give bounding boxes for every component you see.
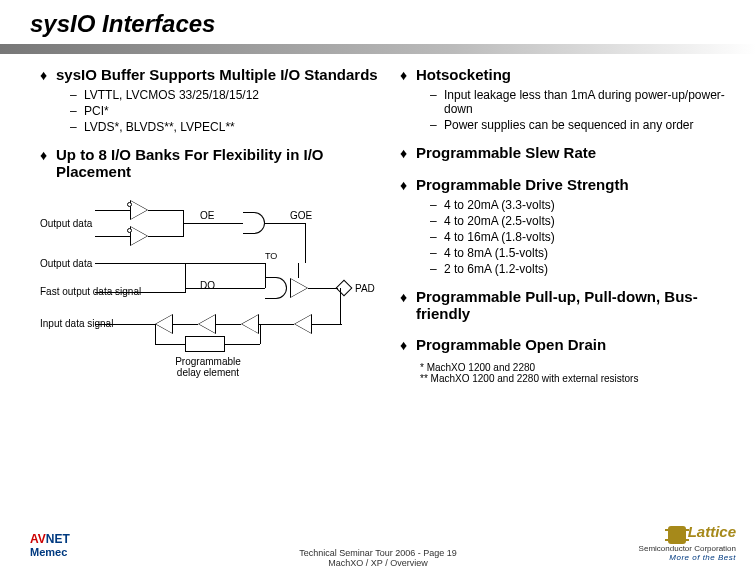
diamond-bullet-icon: ♦ [400,176,416,194]
footnote-2: ** MachXO 1200 and 2280 with external re… [420,373,730,384]
lattice-chip-icon [668,526,686,544]
label-goe: GOE [290,210,312,221]
bullet-text: Up to 8 I/O Banks For Flexibility in I/O… [56,146,400,180]
sub-lvds: –LVDS*, BLVDS**, LVPECL** [70,120,400,134]
buffer-icon [130,226,148,246]
sub-drive-33: –4 to 20mA (3.3-volts) [430,198,730,212]
io-pad-icon [336,280,353,297]
sub-drive-15: –4 to 8mA (1.5-volts) [430,246,730,260]
bullet-pullup-pulldown: ♦ Programmable Pull-up, Pull-down, Bus-f… [400,288,730,322]
right-column: ♦ Hotsocketing –Input leakage less than … [400,66,730,384]
footnote-1: * MachXO 1200 and 2280 [420,362,730,373]
inverter-bubble-icon [127,228,132,233]
input-buffer-icon [198,314,216,334]
bullet-open-drain: ♦ Programmable Open Drain [400,336,730,354]
bullet-text: Programmable Pull-up, Pull-down, Bus-fri… [416,288,730,322]
sub-drive-25: –4 to 20mA (2.5-volts) [430,214,730,228]
label-do: DO [200,280,215,291]
bullet-hotsocketing: ♦ Hotsocketing [400,66,730,84]
input-buffer-icon [241,314,259,334]
bullet-drive-strength: ♦ Programmable Drive Strength [400,176,730,194]
diamond-bullet-icon: ♦ [400,288,416,306]
sub-lvttl: –LVTTL, LVCMOS 33/25/18/15/12 [70,88,400,102]
diamond-bullet-icon: ♦ [40,146,56,164]
or-gate-icon [243,212,265,234]
label-output-data-2: Output data [40,258,92,269]
bullet-sysio-buffer: ♦ sysIO Buffer Supports Multiple I/O Sta… [40,66,400,84]
title-gradient-bar [0,44,756,54]
sub-pci: –PCI* [70,104,400,118]
bullet-text: Programmable Slew Rate [416,144,596,161]
delay-element-icon [185,336,225,352]
sub-drive-18: –4 to 16mA (1.8-volts) [430,230,730,244]
bullet-io-banks: ♦ Up to 8 I/O Banks For Flexibility in I… [40,146,400,180]
bullet-text: sysIO Buffer Supports Multiple I/O Stand… [56,66,378,83]
label-pad: PAD [355,283,375,294]
label-delay-element: Programmable delay element [168,356,248,378]
slide-title: sysIO Interfaces [0,0,756,44]
buffer-icon [130,200,148,220]
io-block-diagram: Output data OE GOE Output data TO Fast o… [40,188,400,378]
slide-footer: Technical Seminar Tour 2006 - Page 19 Ma… [0,548,756,568]
label-oe: OE [200,210,214,221]
label-output-data-1: Output data [40,218,92,229]
label-to: TO [265,251,277,262]
diamond-bullet-icon: ♦ [400,336,416,354]
bullet-text: Hotsocketing [416,66,511,83]
output-buffer-icon [290,278,308,298]
inverter-bubble-icon [127,202,132,207]
diamond-bullet-icon: ♦ [40,66,56,84]
bullet-text: Programmable Open Drain [416,336,606,353]
sub-power-seq: –Power supplies can be sequenced in any … [430,118,730,132]
bullet-slew-rate: ♦ Programmable Slew Rate [400,144,730,162]
sub-drive-12: –2 to 6mA (1.2-volts) [430,262,730,276]
input-buffer-icon [155,314,173,334]
left-column: ♦ sysIO Buffer Supports Multiple I/O Sta… [40,66,400,384]
bullet-text: Programmable Drive Strength [416,176,629,193]
sub-leakage: –Input leakage less than 1mA during powe… [430,88,730,116]
input-buffer-icon [294,314,312,334]
diamond-bullet-icon: ♦ [400,66,416,84]
or-gate-icon [265,277,287,299]
diamond-bullet-icon: ♦ [400,144,416,162]
